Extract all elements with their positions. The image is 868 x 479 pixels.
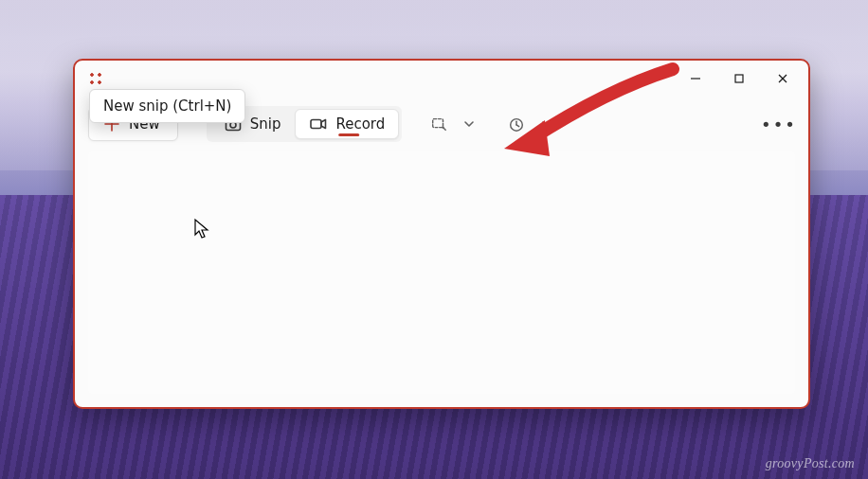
snip-mode-dropdown[interactable] bbox=[459, 108, 479, 140]
app-icon bbox=[88, 71, 103, 86]
svg-line-13 bbox=[516, 125, 519, 127]
close-icon bbox=[777, 73, 788, 84]
more-button[interactable]: ••• bbox=[763, 108, 795, 140]
delay-dropdown[interactable] bbox=[536, 108, 557, 140]
delay-group bbox=[500, 108, 557, 140]
svg-rect-1 bbox=[735, 75, 743, 82]
svg-point-10 bbox=[443, 127, 443, 128]
maximize-icon bbox=[733, 73, 745, 84]
window-controls bbox=[674, 63, 805, 94]
rectangle-select-icon bbox=[430, 115, 447, 133]
maximize-button[interactable] bbox=[717, 63, 761, 94]
close-button[interactable] bbox=[761, 63, 805, 94]
chevron-down-icon bbox=[541, 118, 552, 130]
snip-mode-button[interactable] bbox=[423, 108, 455, 140]
video-icon bbox=[309, 115, 328, 133]
minimize-icon bbox=[690, 73, 701, 84]
selected-underline bbox=[339, 133, 360, 136]
minimize-button[interactable] bbox=[674, 63, 717, 94]
new-button-tooltip: New snip (Ctrl+N) bbox=[89, 89, 245, 123]
svg-rect-8 bbox=[311, 120, 321, 129]
record-label: Record bbox=[335, 115, 385, 133]
svg-rect-9 bbox=[433, 119, 443, 128]
record-tab[interactable]: Record bbox=[295, 109, 399, 139]
chevron-down-icon bbox=[463, 118, 475, 130]
ellipsis-icon: ••• bbox=[761, 115, 797, 134]
canvas-area bbox=[88, 151, 795, 394]
delay-button[interactable] bbox=[500, 108, 533, 140]
snip-mode-group bbox=[423, 108, 479, 140]
watermark: groovyPost.com bbox=[766, 456, 855, 471]
snip-label: Snip bbox=[250, 115, 281, 133]
clock-icon bbox=[508, 115, 525, 133]
